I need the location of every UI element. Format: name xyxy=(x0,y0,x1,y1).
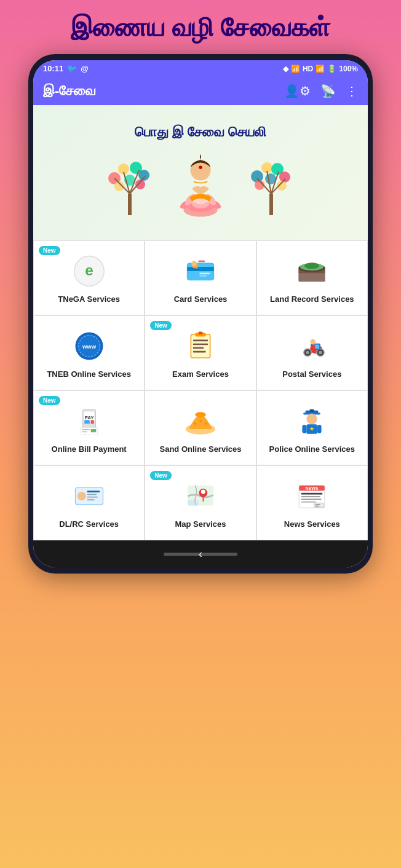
postal-services-label: Postal Services xyxy=(282,369,341,380)
service-card-police[interactable]: Police Online Services xyxy=(257,391,367,465)
svg-rect-85 xyxy=(310,409,314,411)
service-card-dlrc[interactable]: DL/RC Services xyxy=(34,466,144,540)
svg-rect-100 xyxy=(188,500,198,506)
svg-point-92 xyxy=(77,492,86,500)
service-card-sand[interactable]: Sand Online Services xyxy=(145,391,255,465)
status-time: 10:11 xyxy=(43,64,63,73)
svg-rect-73 xyxy=(90,420,93,424)
card-services-label: Card Services xyxy=(174,294,228,305)
svg-rect-43 xyxy=(199,261,205,262)
svg-text:NEWS: NEWS xyxy=(306,486,319,491)
signal-icon: ◆ xyxy=(283,65,288,73)
battery-icon: 🔋 xyxy=(327,65,336,73)
badge-new-tnega: New xyxy=(39,246,60,255)
police-services-label: Police Online Services xyxy=(269,444,355,455)
twitter-icon: 🐦 xyxy=(67,64,77,73)
person-settings-icon[interactable]: 👤⚙ xyxy=(284,84,311,98)
svg-rect-68 xyxy=(311,344,316,350)
service-card-tnega[interactable]: New e TNeGA Services xyxy=(34,241,144,315)
left-tree-icon xyxy=(102,151,157,218)
svg-rect-95 xyxy=(87,497,97,498)
app-title: இ-சேவை xyxy=(43,83,96,99)
phone-frame: 10:11 🐦 @ ◆ 📶 HD 📶 🔋 100% இ-சேவை 👤⚙ 📡 ⋮ xyxy=(28,54,373,574)
svg-point-22 xyxy=(199,165,202,169)
app-bar: இ-சேவை 👤⚙ 📡 ⋮ xyxy=(33,77,368,105)
wifi-icon: 📶 xyxy=(291,65,300,73)
battery-label: 100% xyxy=(339,65,358,73)
svg-point-16 xyxy=(195,199,206,204)
svg-rect-106 xyxy=(301,499,322,500)
bottom-nav: ‹ xyxy=(33,540,368,567)
svg-rect-108 xyxy=(314,503,324,507)
exam-services-icon xyxy=(185,330,216,362)
svg-rect-107 xyxy=(301,502,316,503)
rss-icon[interactable]: 📡 xyxy=(320,84,336,98)
tneb-icon: www xyxy=(73,330,105,362)
services-grid: New e TNeGA Services xyxy=(33,240,368,540)
svg-rect-109 xyxy=(316,504,321,505)
svg-rect-89 xyxy=(303,425,307,433)
svg-rect-110 xyxy=(316,506,320,507)
sand-services-icon xyxy=(185,405,216,437)
service-card-news[interactable]: NEWS News Services xyxy=(257,466,367,540)
svg-rect-56 xyxy=(193,347,204,349)
svg-point-99 xyxy=(201,490,205,494)
tneb-label: TNEB Online Services xyxy=(47,369,131,380)
service-card-land[interactable]: Land Record Services xyxy=(257,241,367,315)
svg-rect-55 xyxy=(193,344,208,345)
phone-screen: 10:11 🐦 @ ◆ 📶 HD 📶 🔋 100% இ-சேவை 👤⚙ 📡 ⋮ xyxy=(33,60,368,567)
svg-rect-41 xyxy=(199,275,207,277)
tnega-icon: e xyxy=(73,255,105,287)
bill-payment-icon: PAY xyxy=(73,405,105,437)
map-services-label: Map Services xyxy=(175,519,226,530)
service-card-postal[interactable]: Postal Services xyxy=(257,316,367,390)
svg-point-86 xyxy=(307,414,317,424)
svg-point-62 xyxy=(306,351,309,354)
svg-point-6 xyxy=(135,180,145,189)
at-icon: @ xyxy=(81,64,89,73)
svg-rect-104 xyxy=(301,493,323,495)
svg-rect-54 xyxy=(193,340,208,342)
network-label: HD xyxy=(303,65,313,73)
news-services-label: News Services xyxy=(284,519,340,530)
service-card-tneb[interactable]: www TNEB Online Services xyxy=(34,316,144,390)
svg-text:e: e xyxy=(85,262,93,278)
badge-new-bill: New xyxy=(39,396,60,405)
svg-point-81 xyxy=(199,420,201,422)
map-services-icon xyxy=(185,480,216,512)
service-card-card[interactable]: Card Services xyxy=(145,241,255,315)
police-services-icon xyxy=(296,405,328,437)
back-button[interactable]: ‹ xyxy=(199,548,202,561)
sand-services-label: Sand Online Services xyxy=(160,444,242,455)
card-services-icon xyxy=(185,255,216,287)
land-record-label: Land Record Services xyxy=(270,294,354,305)
dlrc-icon xyxy=(73,480,105,512)
svg-rect-105 xyxy=(301,496,320,497)
svg-rect-90 xyxy=(317,425,322,433)
svg-rect-53 xyxy=(191,334,210,358)
service-card-exam[interactable]: New Exam Services xyxy=(145,316,255,390)
svg-rect-0 xyxy=(128,194,132,215)
status-bar: 10:11 🐦 @ ◆ 📶 HD 📶 🔋 100% xyxy=(33,60,368,77)
svg-point-80 xyxy=(194,423,196,425)
right-tree-icon xyxy=(244,151,299,218)
svg-rect-76 xyxy=(82,431,87,432)
svg-rect-57 xyxy=(193,351,206,353)
land-record-icon xyxy=(296,255,328,287)
service-card-bill[interactable]: New PAY xyxy=(34,391,144,465)
page-title: இணைய வழி சேவைகள் xyxy=(58,12,342,43)
svg-text:www: www xyxy=(82,343,97,350)
svg-rect-37 xyxy=(187,263,213,280)
svg-rect-72 xyxy=(84,420,90,424)
svg-point-64 xyxy=(319,351,322,354)
svg-rect-93 xyxy=(87,491,100,492)
tnega-label: TNeGA Services xyxy=(58,294,120,305)
bill-payment-label: Online Bill Payment xyxy=(52,444,127,455)
svg-point-67 xyxy=(311,339,316,345)
svg-rect-77 xyxy=(90,429,96,432)
svg-rect-94 xyxy=(87,494,97,495)
service-card-map[interactable]: New Map S xyxy=(145,466,255,540)
banner-title: பொது இ சேவை செயலி xyxy=(135,124,266,140)
signal-bars: 📶 xyxy=(316,65,325,73)
more-vertical-icon[interactable]: ⋮ xyxy=(346,84,358,98)
